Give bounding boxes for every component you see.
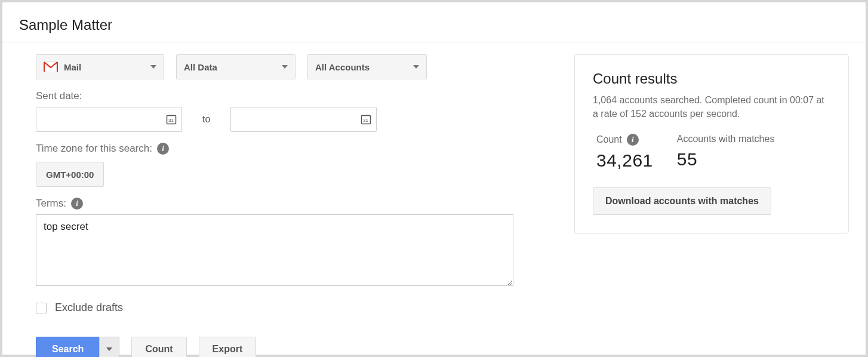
svg-text:31: 31 — [168, 118, 174, 123]
date-to-word: to — [202, 114, 210, 125]
search-form: Mail All Data All Accounts Sent date: — [36, 54, 550, 357]
chevron-down-icon — [150, 65, 156, 69]
action-row: Search Count Export — [36, 337, 550, 357]
data-scope-label: All Data — [184, 62, 217, 72]
count-label-row: Count i — [596, 134, 653, 146]
sent-date-to-input[interactable]: 31 — [230, 107, 377, 132]
download-accounts-button[interactable]: Download accounts with matches — [593, 187, 771, 215]
page-title: Sample Matter — [19, 17, 849, 33]
service-dropdown[interactable]: Mail — [36, 54, 164, 79]
accounts-dropdown[interactable]: All Accounts — [307, 54, 427, 79]
metrics-row: Count i 34,261 Accounts with matches 55 — [593, 134, 830, 171]
info-icon[interactable]: i — [71, 198, 83, 210]
results-column: Count results 1,064 accounts searched. C… — [574, 54, 849, 357]
accounts-label: All Accounts — [315, 62, 370, 72]
metric-accounts: Accounts with matches 55 — [677, 134, 775, 171]
info-icon[interactable]: i — [157, 143, 169, 155]
calendar-icon: 31 — [361, 114, 371, 125]
filter-row: Mail All Data All Accounts — [36, 54, 550, 79]
count-value: 34,261 — [596, 150, 653, 171]
exclude-drafts-checkbox[interactable] — [36, 303, 47, 313]
accounts-with-matches-value: 55 — [677, 149, 775, 170]
timezone-button[interactable]: GMT+00:00 — [36, 162, 104, 187]
content-area: Mail All Data All Accounts Sent date: — [19, 54, 849, 357]
search-button[interactable]: Search — [36, 337, 99, 357]
calendar-icon: 31 — [166, 114, 177, 125]
svg-text:31: 31 — [363, 118, 368, 123]
sent-date-row: 31 to 31 — [36, 107, 550, 132]
divider — [2, 42, 866, 42]
results-title: Count results — [593, 70, 830, 87]
sent-date-from-input[interactable]: 31 — [36, 107, 182, 132]
mail-icon: Mail — [44, 61, 81, 72]
gmail-icon — [44, 61, 58, 72]
accounts-with-matches-label: Accounts with matches — [677, 134, 775, 144]
terms-input[interactable] — [36, 214, 513, 286]
results-summary: 1,064 accounts searched. Completed count… — [593, 93, 830, 121]
export-button[interactable]: Export — [199, 337, 257, 357]
data-scope-dropdown[interactable]: All Data — [176, 54, 296, 79]
sent-date-label: Sent date: — [36, 90, 550, 102]
timezone-label-row: Time zone for this search: i — [36, 143, 550, 155]
exclude-drafts-row: Exclude drafts — [36, 301, 550, 314]
vault-search-page: Sample Matter Mail — [2, 2, 866, 355]
search-more-button[interactable] — [99, 337, 119, 357]
terms-label: Terms: — [36, 198, 66, 210]
chevron-down-icon — [106, 347, 112, 351]
count-button[interactable]: Count — [131, 337, 186, 357]
chevron-down-icon — [413, 65, 419, 69]
info-icon[interactable]: i — [627, 134, 639, 146]
count-label: Count — [596, 134, 622, 145]
chevron-down-icon — [282, 65, 288, 69]
count-results-panel: Count results 1,064 accounts searched. C… — [574, 54, 849, 233]
service-label: Mail — [64, 62, 81, 72]
timezone-label: Time zone for this search: — [36, 143, 152, 155]
terms-label-row: Terms: i — [36, 198, 550, 210]
search-split-button: Search — [36, 337, 119, 357]
exclude-drafts-label: Exclude drafts — [55, 301, 123, 314]
metric-count: Count i 34,261 — [596, 134, 653, 171]
